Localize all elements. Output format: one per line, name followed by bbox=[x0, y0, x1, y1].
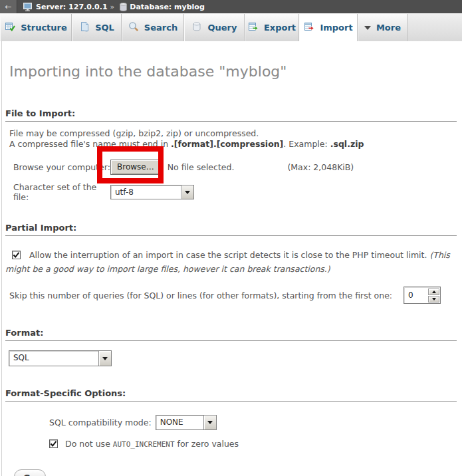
tab-structure[interactable]: Structure bbox=[0, 14, 72, 41]
export-icon bbox=[248, 21, 259, 34]
tab-import[interactable]: Import bbox=[299, 14, 358, 41]
stepper-buttons bbox=[428, 287, 440, 303]
tab-search[interactable]: Search bbox=[122, 14, 184, 41]
max-size-note: (Max: 2,048KiB) bbox=[287, 162, 354, 172]
dropdown-arrow-icon bbox=[102, 357, 108, 363]
format-specific-heading: Format-Specific Options: bbox=[5, 388, 457, 402]
tab-label: Structure bbox=[21, 23, 67, 33]
charset-select-value: utf-8 bbox=[111, 185, 181, 199]
import-icon bbox=[304, 21, 314, 34]
search-icon bbox=[128, 21, 139, 34]
go-button[interactable]: Go bbox=[14, 469, 46, 476]
chevron-down-icon bbox=[364, 26, 371, 33]
query-icon bbox=[191, 21, 202, 34]
server-icon bbox=[23, 3, 33, 11]
tab-label: SQL bbox=[95, 23, 114, 33]
tab-label: Search bbox=[144, 23, 177, 33]
charset-row: Character set of the file: utf-8 bbox=[13, 182, 462, 202]
page-title: Importing into the database "myblog" bbox=[9, 63, 462, 80]
charset-label: Character set of the file: bbox=[13, 182, 110, 202]
skip-queries-value: 0 bbox=[404, 287, 428, 303]
browse-button[interactable]: Browse… bbox=[110, 160, 161, 175]
skip-queries-stepper[interactable]: 0 bbox=[404, 287, 441, 304]
tab-label: Import bbox=[320, 23, 352, 33]
dropdown-arrow-icon bbox=[185, 191, 190, 197]
checkmark-icon bbox=[50, 440, 57, 447]
no-file-selected-text: No file selected. bbox=[168, 162, 235, 172]
autoinc-label: Do not use AUTO_INCREMENT for zero value… bbox=[65, 439, 239, 449]
allow-interruption-checkbox[interactable] bbox=[12, 251, 21, 259]
sql-compat-row: SQL compatibility mode: NONE bbox=[49, 415, 462, 430]
autoinc-row: Do not use AUTO_INCREMENT for zero value… bbox=[49, 439, 462, 449]
tab-sql[interactable]: SQL bbox=[72, 14, 122, 41]
sql-icon bbox=[79, 21, 90, 34]
page-left-border bbox=[1, 41, 2, 476]
format-select-arrow[interactable] bbox=[98, 351, 111, 366]
charset-select[interactable]: utf-8 bbox=[110, 185, 194, 199]
skip-queries-label: Skip this number of queries (for SQL) or… bbox=[9, 291, 392, 300]
checkmark-icon bbox=[13, 251, 20, 259]
sql-compat-select-value: NONE bbox=[156, 416, 203, 429]
charset-select-arrow[interactable] bbox=[181, 185, 193, 199]
breadcrumb-database[interactable]: Database: myblog bbox=[130, 3, 204, 11]
tab-more[interactable]: More bbox=[358, 14, 407, 41]
breadcrumb-bar: ← Server: 127.0.0.1 » Database: myblog bbox=[0, 0, 462, 13]
format-select-value: SQL bbox=[9, 351, 98, 366]
tab-export[interactable]: Export bbox=[245, 14, 299, 41]
tab-label: Export bbox=[264, 23, 296, 33]
file-to-import-heading: File to Import: bbox=[5, 108, 457, 122]
allow-interruption-label: Allow the interruption of an import in c… bbox=[29, 250, 429, 260]
stepper-down-button[interactable] bbox=[428, 296, 439, 302]
format-heading: Format: bbox=[5, 328, 457, 341]
tabbar-filler bbox=[407, 14, 462, 41]
autoinc-checkbox[interactable] bbox=[49, 439, 58, 448]
allow-interruption-row: Allow the interruption of an import in c… bbox=[5, 248, 455, 276]
database-icon bbox=[120, 3, 127, 11]
sql-compat-select[interactable]: NONE bbox=[156, 415, 217, 430]
sql-compat-select-arrow[interactable] bbox=[203, 416, 216, 429]
format-select[interactable]: SQL bbox=[9, 350, 112, 366]
autoinc-code: AUTO_INCREMENT bbox=[113, 440, 175, 449]
tab-label: More bbox=[376, 23, 401, 33]
phpmyadmin-import-page: ← Server: 127.0.0.1 » Database: myblog bbox=[0, 0, 462, 476]
down-arrow-icon bbox=[432, 298, 436, 302]
browse-row: Browse your computer: Browse… No file se… bbox=[13, 160, 462, 175]
browse-label: Browse your computer: bbox=[13, 162, 110, 172]
up-arrow-icon bbox=[432, 289, 436, 293]
sql-compat-label: SQL compatibility mode: bbox=[49, 417, 152, 427]
breadcrumb-server[interactable]: Server: 127.0.0.1 bbox=[36, 3, 108, 11]
stepper-up-button[interactable] bbox=[428, 289, 439, 295]
back-button[interactable]: ← bbox=[0, 0, 17, 13]
tab-label: Query bbox=[207, 23, 237, 33]
dropdown-arrow-icon bbox=[207, 421, 213, 427]
breadcrumb-separator: » bbox=[110, 3, 115, 11]
tab-bar: Structure SQL Search bbox=[0, 13, 462, 41]
partial-import-heading: Partial Import: bbox=[5, 223, 457, 236]
structure-icon bbox=[5, 21, 15, 34]
skip-queries-row: Skip this number of queries (for SQL) or… bbox=[9, 287, 462, 304]
tab-query[interactable]: Query bbox=[184, 14, 245, 41]
back-arrow-icon: ← bbox=[5, 2, 11, 11]
compression-note: File may be compressed (gzip, bzip2, zip… bbox=[9, 128, 453, 150]
